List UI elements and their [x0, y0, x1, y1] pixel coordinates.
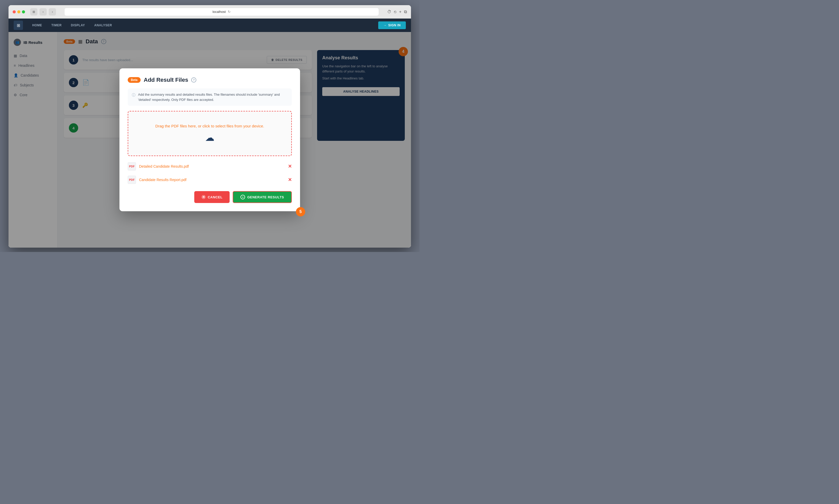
file-item-1: PDF Candidate Results Report.pdf ✕: [128, 175, 292, 185]
app-wrapper: ⊞ HOME TIMER DISPLAY ANALYSER → SIGN IN …: [8, 19, 411, 248]
generate-label: GENERATE RESULTS: [247, 195, 284, 199]
modal-info-box: ⓘ Add the summary results and detailed r…: [128, 88, 292, 106]
info-icon: ⓘ: [132, 92, 136, 98]
file-item-0: PDF Detailed Candidate Results.pdf ✕: [128, 161, 292, 172]
step-5-badge: 5: [296, 207, 305, 216]
history-icon[interactable]: ⏱: [387, 10, 391, 14]
generate-icon: +: [240, 195, 245, 199]
file-name-0: Detailed Candidate Results.pdf: [139, 164, 285, 168]
signin-button[interactable]: → SIGN IN: [378, 21, 406, 29]
top-nav: ⊞ HOME TIMER DISPLAY ANALYSER → SIGN IN: [8, 19, 411, 32]
cancel-icon: ✕: [201, 195, 206, 199]
signin-label: SIGN IN: [388, 23, 401, 27]
modal-overlay: Beta Add Result Files ? ⓘ Add the summar…: [8, 32, 411, 248]
close-dot[interactable]: [13, 10, 16, 13]
url-bar[interactable]: localhost ↻: [64, 8, 379, 16]
cancel-button[interactable]: ✕ CANCEL: [194, 191, 230, 203]
share-icon[interactable]: ⎋: [394, 10, 396, 14]
browser-dots: [13, 10, 25, 13]
forward-button[interactable]: ›: [49, 8, 56, 16]
browser-actions: ⏱ ⎋ + ⧉: [387, 10, 407, 14]
cancel-label: CANCEL: [208, 195, 222, 199]
back-button[interactable]: ‹: [39, 8, 47, 16]
plus-icon[interactable]: +: [399, 10, 401, 14]
pdf-icon-0: PDF: [128, 162, 136, 170]
upload-icon: ☁: [137, 132, 283, 143]
url-text: localhost: [213, 10, 226, 14]
nav-timer[interactable]: TIMER: [47, 22, 66, 29]
minimize-dot[interactable]: [17, 10, 20, 13]
main-layout: 👥 IB Results ▦ Data ≡ Headlines 👤 Candid…: [8, 32, 411, 248]
file-drop-zone[interactable]: Drag the PDF files here, or click to sel…: [128, 111, 292, 156]
modal-title: Add Result Files: [144, 77, 188, 83]
modal-footer: ✕ CANCEL + GENERATE RESULTS: [128, 191, 292, 203]
nav-logo[interactable]: ⊞: [14, 21, 23, 30]
sidebar-toggle-button[interactable]: ⊞: [30, 8, 37, 16]
tabs-icon[interactable]: ⧉: [404, 10, 407, 14]
reload-icon[interactable]: ↻: [228, 10, 231, 14]
nav-display[interactable]: DISPLAY: [67, 22, 89, 29]
nav-analyser[interactable]: ANALYSER: [90, 22, 116, 29]
modal-beta-badge: Beta: [128, 77, 141, 83]
modal-help-icon[interactable]: ?: [191, 77, 196, 83]
modal-header: Beta Add Result Files ?: [128, 77, 292, 83]
add-result-files-modal: Beta Add Result Files ? ⓘ Add the summar…: [120, 68, 300, 211]
modal-info-text: Add the summary results and detailed res…: [138, 92, 288, 102]
generate-results-button[interactable]: + GENERATE RESULTS: [233, 191, 292, 203]
file-list: PDF Detailed Candidate Results.pdf ✕ PDF…: [128, 161, 292, 185]
file-name-1: Candidate Results Report.pdf: [139, 178, 285, 182]
browser-controls: ⊞ ‹ ›: [30, 8, 56, 16]
file-remove-0[interactable]: ✕: [288, 164, 292, 169]
drop-zone-text: Drag the PDF files here, or click to sel…: [137, 124, 283, 128]
pdf-icon-1: PDF: [128, 176, 136, 184]
maximize-dot[interactable]: [22, 10, 25, 13]
browser-titlebar: ⊞ ‹ › localhost ↻ ⏱ ⎋ + ⧉: [8, 5, 411, 19]
signin-icon: →: [383, 23, 387, 27]
nav-home[interactable]: HOME: [28, 22, 46, 29]
file-remove-1[interactable]: ✕: [288, 177, 292, 183]
